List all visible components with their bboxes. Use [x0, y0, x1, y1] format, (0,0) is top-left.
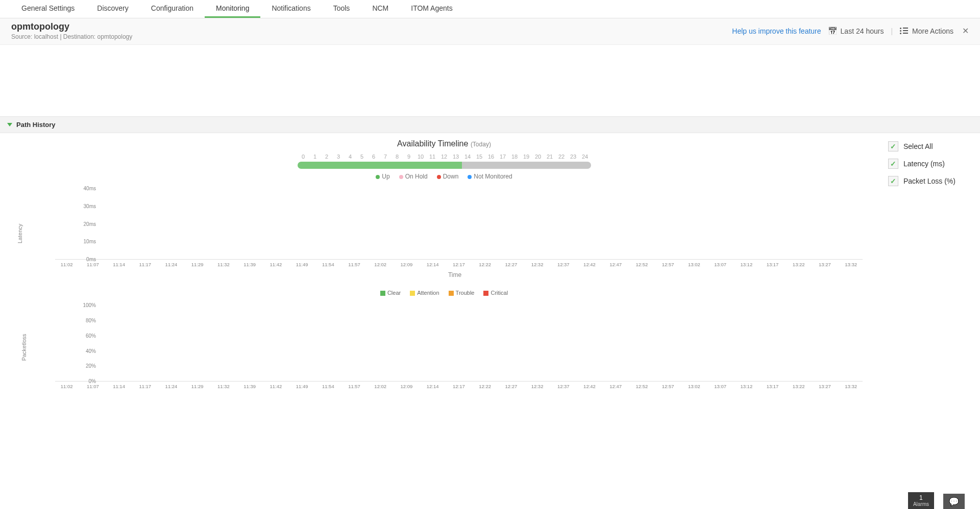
xtick: 13:17: [761, 384, 784, 389]
tab-ncm[interactable]: NCM: [361, 0, 400, 18]
hour-label: 6: [368, 154, 380, 160]
tab-monitoring[interactable]: Monitoring: [205, 0, 260, 18]
xtick: 11:57: [342, 262, 365, 267]
xtick: 11:54: [316, 262, 339, 267]
xtick: 13:07: [708, 384, 731, 389]
more-actions-label: More Actions: [912, 27, 953, 35]
xtick: 12:32: [526, 262, 549, 267]
time-range-picker[interactable]: Last 24 hours: [828, 27, 884, 36]
xtick: 11:39: [238, 384, 261, 389]
calendar-icon: [828, 27, 838, 36]
xtick: 11:07: [81, 262, 104, 267]
latency-chart: Latency 40ms30ms20ms10ms0ms 11:0211:0711…: [10, 188, 878, 278]
xtick: 12:52: [630, 384, 653, 389]
hour-label: 8: [391, 154, 403, 160]
ytick: 20ms: [84, 221, 96, 226]
collapse-icon: [7, 123, 12, 126]
xtick: 13:32: [840, 262, 863, 267]
xtick: 13:22: [787, 384, 810, 389]
ytick: 60%: [86, 333, 96, 338]
xtick: 12:14: [421, 384, 444, 389]
checkbox-packet-loss-[interactable]: Packet Loss (%): [888, 176, 972, 186]
ytick: 0%: [89, 378, 96, 384]
check-icon: [888, 141, 898, 151]
xtick: 12:57: [656, 384, 679, 389]
check-icon: [888, 176, 898, 186]
xtick: 11:57: [342, 384, 365, 389]
tab-tools[interactable]: Tools: [322, 0, 361, 18]
xtick: 12:27: [500, 384, 523, 389]
xtick: 13:32: [840, 384, 863, 389]
xtick: 11:32: [212, 262, 235, 267]
xtick: 12:17: [447, 384, 470, 389]
hour-label: 5: [356, 154, 368, 160]
tab-discovery[interactable]: Discovery: [86, 0, 139, 18]
hour-label: 4: [345, 154, 356, 160]
hour-label: 19: [521, 154, 532, 160]
path-history-header[interactable]: Path History: [0, 116, 980, 133]
xtick: 11:39: [238, 262, 261, 267]
xtick: 13:12: [735, 384, 758, 389]
xtick: 12:17: [447, 262, 470, 267]
xtick: 12:14: [421, 262, 444, 267]
xtick: 11:17: [134, 384, 157, 389]
checkbox-select-all[interactable]: Select All: [888, 141, 972, 151]
xtick: 11:29: [186, 384, 209, 389]
checkbox-label: Select All: [903, 142, 933, 150]
xtick: 11:54: [316, 384, 339, 389]
tab-notifications[interactable]: Notifications: [260, 0, 322, 18]
availability-bar: [298, 162, 591, 169]
xtick: 11:24: [160, 384, 183, 389]
xtick: 11:02: [55, 384, 78, 389]
xtick: 12:22: [474, 262, 497, 267]
tab-configuration[interactable]: Configuration: [140, 0, 205, 18]
xtick: 11:32: [212, 384, 235, 389]
xtick: 11:24: [160, 262, 183, 267]
hour-label: 7: [380, 154, 391, 160]
time-range-label: Last 24 hours: [841, 27, 884, 35]
hour-label: 24: [579, 154, 591, 160]
check-icon: [888, 159, 898, 169]
xtick: 13:27: [813, 384, 836, 389]
xtick: 11:42: [264, 262, 287, 267]
xtick: 12:47: [604, 384, 627, 389]
hour-label: 0: [298, 154, 309, 160]
xtick: 13:02: [682, 384, 705, 389]
xtick: 13:02: [682, 262, 705, 267]
xtick: 12:37: [552, 262, 575, 267]
close-icon[interactable]: [961, 27, 970, 36]
xtick: 11:42: [264, 384, 287, 389]
tab-itom-agents[interactable]: ITOM Agents: [400, 0, 463, 18]
hour-label: 21: [544, 154, 556, 160]
packetloss-chart: Packetloss 100%80%60%40%20%0% 11:0211:07…: [10, 305, 878, 389]
page-subtitle: Source: localhost | Destination: opmtopo…: [11, 33, 132, 40]
xtick: 12:09: [395, 384, 418, 389]
tab-general-settings[interactable]: General Settings: [10, 0, 86, 18]
xtick: 11:49: [290, 384, 313, 389]
checkbox-label: Packet Loss (%): [903, 177, 955, 185]
xtick: 12:57: [656, 262, 679, 267]
xtick: 12:42: [578, 262, 601, 267]
hour-label: 1: [309, 154, 321, 160]
xtick: 12:47: [604, 262, 627, 267]
xtick: 11:07: [81, 384, 104, 389]
packetloss-ylabel: Packetloss: [21, 334, 27, 361]
xtick: 12:52: [630, 262, 653, 267]
help-link[interactable]: Help us improve this feature: [732, 27, 821, 35]
xtick: 11:17: [134, 262, 157, 267]
xtick: 12:32: [526, 384, 549, 389]
more-actions-menu[interactable]: More Actions: [900, 27, 953, 35]
xtick: 12:09: [395, 262, 418, 267]
hour-label: 17: [497, 154, 509, 160]
xtick: 12:22: [474, 384, 497, 389]
ytick: 30ms: [84, 203, 96, 209]
hour-label: 12: [438, 154, 450, 160]
hour-label: 15: [474, 154, 485, 160]
hour-label: 22: [556, 154, 568, 160]
xtick: 13:27: [813, 262, 836, 267]
checkbox-latency-ms-[interactable]: Latency (ms): [888, 159, 972, 169]
hour-label: 20: [532, 154, 544, 160]
hour-label: 3: [333, 154, 345, 160]
ytick: 0ms: [86, 257, 96, 262]
xtick: 11:29: [186, 262, 209, 267]
